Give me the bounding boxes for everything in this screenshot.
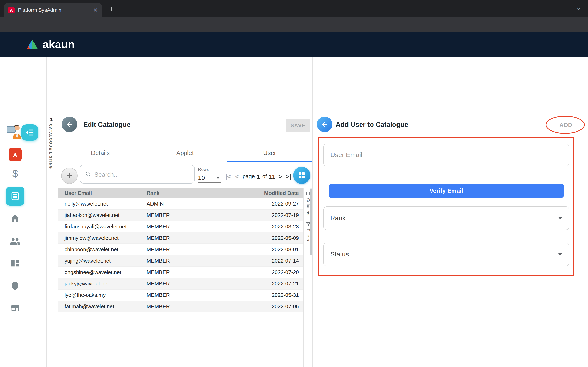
cell-rank: MEMBER [147, 292, 223, 298]
cell-rank: MEMBER [147, 235, 223, 241]
rows-value: 10 [198, 174, 205, 181]
cell-user-email: lye@the-oaks.my [58, 292, 147, 298]
cell-modified-date: 2022-03-23 [223, 224, 303, 230]
cell-modified-date: 2022-07-20 [223, 269, 303, 275]
status-select[interactable]: Status [323, 243, 569, 266]
cell-rank: MEMBER [147, 246, 223, 252]
cell-rank: MEMBER [147, 212, 223, 218]
column-header-modified-date[interactable]: Modified Date [223, 190, 303, 196]
table-row[interactable]: lye@the-oaks.my MEMBER 2022-05-31 [58, 290, 303, 301]
cell-rank: MEMBER [147, 269, 223, 275]
add-user-back-button[interactable] [317, 117, 332, 132]
browser-toolbar: akaun.cloud/#/applets/bigledger/akaun-pl… [0, 17, 588, 32]
cell-user-email: jiahaokoh@wavelet.net [58, 212, 147, 218]
user-table-body: nelly@wavelet.net ADMIN 2022-09-27 jiaha… [58, 198, 303, 312]
sidebar-item-home[interactable] [10, 213, 20, 224]
add-row-button[interactable]: + [61, 167, 78, 184]
sidebar-item-billing[interactable]: $ [10, 168, 20, 179]
sidebar-item-acrobat-applet[interactable] [9, 148, 22, 161]
grid-view-button[interactable] [293, 167, 310, 184]
sidebar-item-security[interactable] [10, 281, 20, 291]
verify-email-button[interactable]: Verify Email [329, 184, 564, 198]
table-side-strip: Columns Filters [304, 188, 312, 367]
table-row[interactable]: jacky@wavelet.net MEMBER 2022-07-21 [58, 278, 303, 290]
edit-catalogue-tabs: Details Applet User [58, 143, 312, 162]
search-input[interactable] [94, 171, 194, 178]
acrobat-icon [9, 148, 22, 161]
angular-favicon-icon: A [8, 7, 15, 13]
sidebar-item-store[interactable] [10, 303, 20, 314]
last-page-button[interactable]: >| [286, 172, 291, 181]
arrow-left-icon [66, 121, 73, 128]
cell-modified-date: 2022-05-31 [223, 292, 303, 298]
chevron-down-icon [216, 176, 220, 179]
tab-details[interactable]: Details [58, 143, 143, 162]
akaun-logo-icon [25, 38, 39, 50]
add-user-title: Add User to Catalogue [336, 117, 408, 132]
rank-label: Rank [330, 215, 346, 222]
user-email-field[interactable]: User Email [323, 143, 569, 166]
workspace-user-icon[interactable] [5, 122, 23, 140]
pagination-status: page 1 of 11 [242, 172, 276, 181]
edit-catalogue-title: Edit Catalogue [83, 117, 130, 132]
add-button[interactable]: ADD [555, 117, 577, 132]
tab-title: Platform SysAdmin [18, 7, 90, 13]
sidebar-item-catalogue-active[interactable] [6, 187, 25, 206]
cell-user-email: nelly@wavelet.net [58, 201, 147, 207]
next-page-button[interactable]: > [278, 172, 282, 181]
edit-catalogue-back-button[interactable] [62, 117, 77, 132]
tab-list-chevron-icon[interactable]: ⌄ [574, 4, 583, 13]
apps-grid-icon [297, 171, 306, 180]
new-tab-button[interactable]: + [107, 4, 116, 13]
save-button[interactable]: SAVE [286, 119, 310, 132]
prev-page-button[interactable]: < [235, 172, 239, 181]
browser-tab[interactable]: A Platform SysAdmin ✕ [4, 3, 102, 17]
collapsed-panel-label[interactable]: CATALOGUE LISTING [49, 124, 53, 169]
cell-rank: MEMBER [147, 281, 223, 287]
table-row[interactable]: yujing@wavelet.net MEMBER 2022-07-14 [58, 255, 303, 267]
cell-user-email: chinboon@wavelet.net [58, 246, 147, 252]
table-header: User Email Rank Modified Date [58, 188, 303, 198]
tab-close-icon[interactable]: ✕ [93, 7, 98, 13]
table-row[interactable]: ongshinee@wavelet.net MEMBER 2022-07-20 [58, 267, 303, 278]
sidebar-item-boards[interactable] [10, 258, 20, 269]
cell-modified-date: 2022-07-14 [223, 258, 303, 264]
first-page-button[interactable]: |< [225, 172, 231, 181]
pagination-current: 1 [257, 173, 260, 180]
cell-rank: MEMBER [147, 303, 223, 309]
column-header-rank[interactable]: Rank [147, 190, 223, 196]
cell-user-email: fatimah@wavelet.net [58, 303, 147, 309]
menu-toggle-icon [26, 129, 34, 136]
table-row[interactable]: jimmylow@wavelet.net MEMBER 2022-05-09 [58, 233, 303, 244]
table-row[interactable]: fatimah@wavelet.net MEMBER 2022-07-06 [58, 301, 303, 312]
menu-toggle-button[interactable] [21, 124, 38, 141]
tab-user[interactable]: User [227, 143, 312, 162]
tab-applet[interactable]: Applet [143, 143, 227, 162]
cell-user-email: jacky@wavelet.net [58, 281, 147, 287]
panel-divider [312, 57, 313, 367]
rank-select[interactable]: Rank [323, 206, 569, 230]
cell-modified-date: 2022-07-19 [223, 212, 303, 218]
search-icon [85, 171, 91, 177]
user-email-placeholder: User Email [330, 151, 362, 159]
cell-user-email: yujing@wavelet.net [58, 258, 147, 264]
sidebar-item-users[interactable] [9, 236, 21, 247]
collapsed-panel-index: 1 [46, 117, 57, 122]
cell-rank: MEMBER [147, 258, 223, 264]
pagination-total: 11 [269, 173, 276, 180]
cell-user-email: ongshinee@wavelet.net [58, 269, 147, 275]
cell-modified-date: 2022-09-27 [223, 201, 303, 207]
vertical-scrollbar-thumb[interactable] [310, 188, 312, 255]
table-row[interactable]: nelly@wavelet.net ADMIN 2022-09-27 [58, 198, 303, 210]
cell-modified-date: 2022-07-21 [223, 281, 303, 287]
table-row[interactable]: firdaushayali@wavelet.net MEMBER 2022-03… [58, 221, 303, 233]
brand-name: akaun [43, 38, 75, 51]
table-row[interactable]: jiahaokoh@wavelet.net MEMBER 2022-07-19 [58, 210, 303, 221]
table-row[interactable]: chinboon@wavelet.net MEMBER 2022-08-01 [58, 244, 303, 255]
column-header-user-email[interactable]: User Email [58, 190, 147, 196]
status-label: Status [330, 251, 349, 258]
cell-user-email: jimmylow@wavelet.net [58, 235, 147, 241]
rows-per-page-select[interactable]: 10 [198, 173, 221, 183]
cell-modified-date: 2022-07-06 [223, 303, 303, 309]
user-table: User Email Rank Modified Date nelly@wave… [58, 188, 304, 367]
